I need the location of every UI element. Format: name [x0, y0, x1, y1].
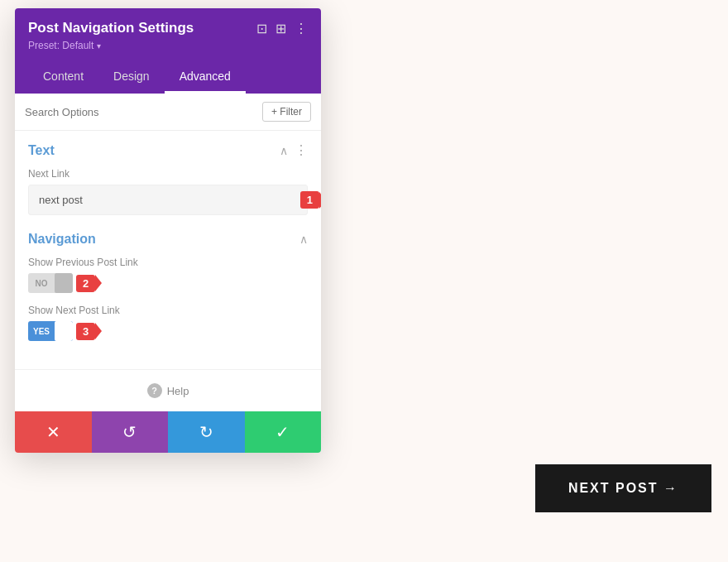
show-prev-label: Show Previous Post Link: [28, 257, 308, 268]
panel-title: Post Navigation Settings: [28, 20, 194, 36]
text-section: Text ∧ ⋮ Next Link next post 1: [28, 142, 308, 215]
navigation-section-chevron[interactable]: ∧: [299, 233, 308, 246]
bottom-action-bar: ✕ ↺ ↻ ✓: [15, 411, 321, 453]
filter-label: + Filter: [271, 106, 302, 118]
tab-advanced[interactable]: Advanced: [165, 61, 246, 94]
minimize-icon[interactable]: ⊡: [256, 21, 267, 36]
panel-help: ? Help: [15, 369, 321, 411]
expand-icon[interactable]: ⊞: [275, 21, 286, 36]
badge-2: 2: [76, 275, 95, 292]
save-icon: ✓: [275, 422, 290, 442]
tab-design[interactable]: Design: [98, 61, 165, 94]
help-label: Help: [167, 385, 189, 397]
navigation-section-header: Navigation ∧: [28, 232, 308, 247]
panel-title-icons: ⊡ ⊞ ⋮: [256, 21, 308, 36]
next-post-button[interactable]: NEXT POST →: [535, 464, 711, 512]
panel-body: Text ∧ ⋮ Next Link next post 1 Navigat: [15, 131, 321, 369]
redo-icon: ↻: [199, 422, 213, 442]
undo-icon: ↺: [122, 422, 136, 442]
badge-3: 3: [76, 323, 95, 340]
next-link-input[interactable]: next post: [28, 185, 308, 215]
search-input[interactable]: [25, 106, 256, 118]
search-bar: + Filter: [15, 94, 321, 131]
show-next-toggle[interactable]: YES: [28, 321, 73, 341]
panel-preset[interactable]: Preset: Default ▾: [28, 40, 308, 51]
panel-title-row: Post Navigation Settings ⊡ ⊞ ⋮: [28, 20, 308, 36]
tab-content[interactable]: Content: [28, 61, 98, 94]
more-icon[interactable]: ⋮: [295, 21, 308, 36]
show-next-toggle-label: YES: [28, 327, 55, 336]
badge-1: 1: [300, 191, 319, 209]
show-next-label: Show Next Post Link: [28, 305, 308, 316]
panel-tabs: Content Design Advanced: [28, 61, 308, 94]
text-section-dots[interactable]: ⋮: [295, 142, 308, 158]
redo-button[interactable]: ↻: [168, 411, 245, 453]
preset-chevron: ▾: [97, 41, 101, 50]
navigation-section-controls: ∧: [299, 233, 308, 246]
show-prev-toggle[interactable]: NO: [28, 273, 73, 293]
next-link-value: next post: [39, 194, 83, 206]
navigation-section-title: Navigation: [28, 232, 96, 247]
panel-header: Post Navigation Settings ⊡ ⊞ ⋮ Preset: D…: [15, 8, 321, 94]
next-post-label: NEXT POST →: [568, 481, 678, 496]
badge-2-wrapper: 2: [76, 275, 95, 292]
text-section-title: Text: [28, 143, 55, 158]
show-next-toggle-handle: [55, 321, 73, 341]
show-prev-toggle-handle: [55, 273, 73, 293]
badge-3-wrapper: 3: [76, 323, 95, 340]
preset-label: Preset: Default: [28, 40, 93, 51]
filter-button[interactable]: + Filter: [262, 102, 311, 122]
badge-1-wrapper: 1: [300, 191, 319, 209]
help-link[interactable]: ? Help: [28, 383, 308, 398]
show-prev-toggle-label: NO: [28, 279, 55, 288]
next-link-label: Next Link: [28, 168, 308, 180]
navigation-section: Navigation ∧ Show Previous Post Link NO …: [28, 232, 308, 341]
cancel-icon: ✕: [46, 422, 60, 442]
text-section-header: Text ∧ ⋮: [28, 142, 308, 158]
settings-panel: Post Navigation Settings ⊡ ⊞ ⋮ Preset: D…: [15, 8, 321, 453]
cancel-button[interactable]: ✕: [15, 411, 92, 453]
text-section-controls: ∧ ⋮: [280, 142, 308, 158]
save-button[interactable]: ✓: [245, 411, 322, 453]
help-icon: ?: [147, 383, 162, 398]
text-section-chevron[interactable]: ∧: [280, 144, 288, 157]
undo-button[interactable]: ↺: [92, 411, 169, 453]
